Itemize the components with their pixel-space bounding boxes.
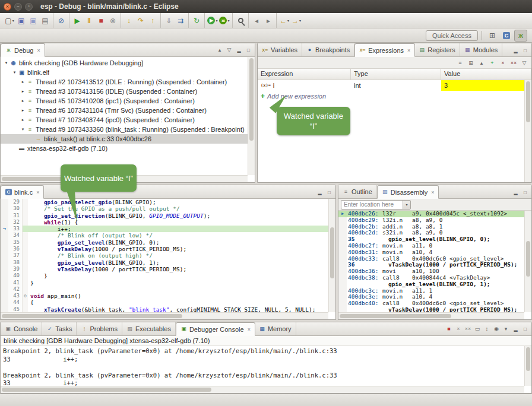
scrollbar-thumb[interactable] xyxy=(526,81,530,122)
debug-tree-item[interactable]: ▸≡Thread #7 1073408744 (ipc0) (Suspended… xyxy=(1,115,248,125)
open-perspective-icon[interactable]: ⊞ xyxy=(486,30,499,42)
console-output[interactable]: Breakpoint 2, blink_task (pvParameter=0x… xyxy=(1,346,524,386)
code-line[interactable]: 35 gpio_set_level(BLINK_GPIO, 0); xyxy=(1,239,328,246)
titlebar[interactable]: × − ▫ esp - Debug - blink/main/blink.c -… xyxy=(0,0,532,13)
column-header-value[interactable]: Value xyxy=(441,69,531,80)
close-tab-icon[interactable]: × xyxy=(37,47,40,53)
step-over-icon[interactable]: ↷ xyxy=(135,15,147,27)
debug-view-menu-icon[interactable]: ▽ xyxy=(224,45,234,55)
display-selected-console-icon[interactable]: ▾ xyxy=(501,324,511,334)
remove-selected-expressions-icon[interactable]: × xyxy=(498,58,508,68)
show-type-names-icon[interactable]: ≡ xyxy=(455,58,465,68)
minimize-view-icon[interactable]: ▂ xyxy=(511,188,520,196)
code-line[interactable]: 38 gpio_set_level(BLINK_GPIO, 1); xyxy=(1,259,328,266)
code-line[interactable]: 31 gpio_set_direction(BLINK_GPIO, GPIO_M… xyxy=(1,212,328,219)
view-menu-icon[interactable]: ▽ xyxy=(520,58,529,68)
editor-horizontal-scrollbar[interactable] xyxy=(1,312,328,319)
remove-launch-icon[interactable]: × xyxy=(454,324,463,334)
tab-registers[interactable]: ▤Registers xyxy=(414,43,460,56)
disconnect-icon[interactable]: ⊗ xyxy=(107,15,119,27)
close-tab-icon[interactable]: × xyxy=(431,189,434,195)
console-horizontal-scrollbar[interactable] xyxy=(1,386,524,393)
pin-console-icon[interactable]: ◉ xyxy=(492,324,501,334)
forward-dropdown-icon[interactable]: ▾ xyxy=(299,18,301,23)
expressions-vertical-scrollbar[interactable] xyxy=(524,80,531,182)
disassembly-listing[interactable]: ▶400dbc26:l32ra9, 0x400d045c <_stext+109… xyxy=(338,211,524,312)
maximize-view-icon[interactable]: □ xyxy=(521,46,530,55)
terminate-icon[interactable]: ■ xyxy=(444,324,454,334)
maximize-view-icon[interactable]: □ xyxy=(521,188,530,196)
fold-marker-icon[interactable]: ⊖ xyxy=(23,293,28,299)
window-minimize-button[interactable]: − xyxy=(14,3,22,11)
terminate-icon[interactable]: ■ xyxy=(95,15,107,27)
print-icon[interactable]: ▤ xyxy=(39,15,51,27)
minimize-view-icon[interactable]: ▂ xyxy=(511,46,520,55)
tab-disassembly[interactable]: ▥Disassembly× xyxy=(377,185,439,199)
tab-modules[interactable]: ▦Modules xyxy=(460,43,503,56)
disasm-source-line[interactable]: gpio_set_level(BLINK_GPIO, 1); xyxy=(338,281,524,288)
disassembly-horizontal-scrollbar[interactable] xyxy=(338,312,524,319)
code-line[interactable]: 30 /* Set the GPIO as a push/pull output… xyxy=(1,205,328,212)
scrollbar-thumb[interactable] xyxy=(330,227,334,278)
debug-tree-item[interactable]: ▾≡Thread #9 1073433360 (blink_task : Run… xyxy=(1,125,248,134)
remove-all-expressions-icon[interactable]: ×× xyxy=(509,58,518,68)
scrollbar-thumb[interactable] xyxy=(2,314,182,318)
debug-tree-item[interactable]: ▾◉blink checking [GDB Hardware Debugging… xyxy=(1,58,248,68)
tab-debugger-console[interactable]: ▣Debugger Console× xyxy=(176,322,255,336)
new-dropdown-icon[interactable]: ▾ xyxy=(12,18,14,23)
skip-all-breakpoints-icon[interactable]: ⊘ xyxy=(55,15,67,27)
console-vertical-scrollbar[interactable] xyxy=(524,346,531,386)
drop-to-frame-icon[interactable]: ⇓ xyxy=(163,15,175,27)
tree-collapse-icon[interactable]: ▾ xyxy=(3,61,10,65)
debug-icon[interactable]: ж▾ xyxy=(218,15,230,27)
run-icon[interactable]: ▶▾ xyxy=(207,15,218,27)
expression-row[interactable]: (x)=iint3 xyxy=(258,80,524,91)
run-dropdown-icon[interactable]: ▾ xyxy=(216,18,217,23)
tab-executables[interactable]: ▧Executables xyxy=(122,322,176,335)
code-line[interactable]: 45 xTaskCreate(&blink_task, "blink_task"… xyxy=(1,306,328,312)
search-icon[interactable] xyxy=(235,15,246,27)
tree-collapse-icon[interactable]: ▾ xyxy=(20,127,26,132)
code-line[interactable]: 42 xyxy=(1,286,328,293)
debug-vertical-scrollbar[interactable] xyxy=(248,57,255,175)
add-new-expression-icon[interactable]: + xyxy=(487,58,497,68)
code-line[interactable]: 37 /* Blink on (output high) */ xyxy=(1,252,328,259)
step-return-icon[interactable]: ↑ xyxy=(147,15,159,27)
tab-memory[interactable]: ▦Memory xyxy=(255,322,296,335)
instruction-stepping-icon[interactable]: ⇉ xyxy=(175,15,186,27)
quick-access-button[interactable]: Quick Access xyxy=(426,30,478,41)
minimize-view-icon[interactable]: ▂ xyxy=(511,325,520,333)
code-line[interactable]: 32 while(1) { xyxy=(1,219,328,226)
code-line[interactable]: 44{ xyxy=(1,299,328,306)
code-line[interactable]: 39 vTaskDelay(1000 / portTICK_PERIOD_MS)… xyxy=(1,266,328,272)
tab-problems[interactable]: !Problems xyxy=(77,322,122,335)
back-dropdown-icon[interactable]: ▾ xyxy=(287,18,289,23)
debug-perspective-icon[interactable]: ж xyxy=(514,30,527,42)
previous-annotation-icon[interactable]: ◂ xyxy=(251,15,262,27)
tab-variables[interactable]: x=Variables xyxy=(258,43,302,56)
tree-expand-icon[interactable]: ▸ xyxy=(20,118,26,122)
window-close-button[interactable]: × xyxy=(4,3,11,11)
step-into-icon[interactable]: ↓ xyxy=(123,15,135,27)
code-line[interactable]: 43⊖void app_main() xyxy=(1,293,328,299)
debug-tree-item[interactable]: ▸≡Thread #3 1073413156 (IDLE) (Suspended… xyxy=(1,87,248,96)
maximize-view-icon[interactable]: □ xyxy=(244,46,253,54)
tab-outline[interactable]: ≡Outline xyxy=(338,185,377,198)
disassembly-vertical-scrollbar[interactable] xyxy=(524,211,531,312)
collapse-all-icon[interactable]: ▴ xyxy=(215,45,224,55)
tree-expand-icon[interactable]: ▸ xyxy=(20,108,26,113)
new-icon[interactable]: ▢▾ xyxy=(4,15,15,27)
editor-vertical-scrollbar[interactable] xyxy=(328,199,335,312)
disasm-line[interactable]: 400dbc29:l32i.na8, a9, 0 xyxy=(338,217,524,224)
close-tab-icon[interactable]: × xyxy=(36,189,39,195)
code-line[interactable]: 29 gpio_pad_select_gpio(BLINK_GPIO); xyxy=(1,199,328,205)
tab-console[interactable]: ▣Console xyxy=(1,322,42,335)
maximize-view-icon[interactable]: □ xyxy=(521,325,530,333)
cpp-perspective-icon[interactable]: C xyxy=(500,30,513,42)
code-line[interactable]: 41} xyxy=(1,280,328,286)
maximize-view-icon[interactable]: □ xyxy=(325,188,334,196)
remove-all-launches-icon[interactable]: ×× xyxy=(463,324,473,334)
tab-blink-c[interactable]: Cblink.c× xyxy=(1,185,44,199)
next-annotation-icon[interactable]: ▸ xyxy=(262,15,274,27)
code-line[interactable]: 40 } xyxy=(1,272,328,279)
